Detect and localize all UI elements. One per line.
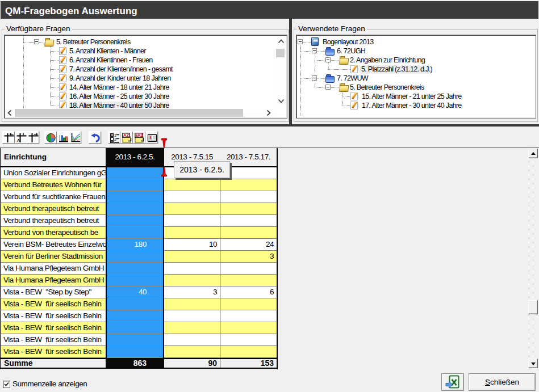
svg-text:2: 2 (114, 137, 116, 141)
svg-text:EKZ: EKZ (136, 133, 143, 137)
svg-text:1: 1 (114, 133, 116, 137)
svg-text:AZ: AZ (123, 133, 129, 138)
svg-text:A: A (17, 138, 20, 143)
